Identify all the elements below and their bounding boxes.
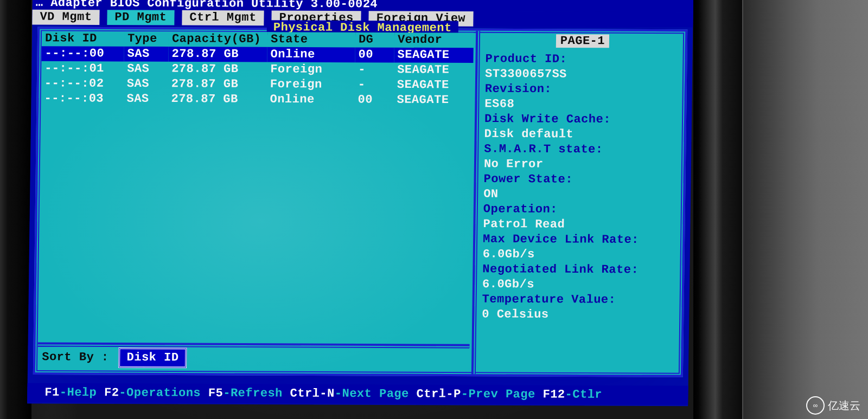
page-tag: PAGE-1 <box>556 34 610 48</box>
hotkey: F1 <box>44 386 60 399</box>
detail-pane: PAGE-1 Product ID:ST3300657SSRevision:ES… <box>471 31 685 375</box>
main-frame: Physical Disk Management Disk IDTypeCapa… <box>33 27 687 377</box>
detail-value: 6.0Gb/s <box>483 247 677 263</box>
hotkey-desc: -Operations <box>119 386 208 399</box>
col-disk-id: Disk ID <box>42 31 124 46</box>
cell: - <box>355 62 394 78</box>
sort-bar: Sort By : Disk ID <box>37 343 470 372</box>
cell: SAS <box>124 47 168 62</box>
hotkey-desc: -Prev Page <box>461 388 543 401</box>
table-row[interactable]: --:--:02SAS278.87 GBForeign-SEAGATE <box>41 76 473 93</box>
sort-label: Sort By : <box>42 350 109 365</box>
detail-key: Power State: <box>483 172 678 188</box>
footer-help: F1-Help F2-Operations F5-Refresh Ctrl-N-… <box>27 383 688 405</box>
col-capacity-gb-: Capacity(GB) <box>169 31 267 47</box>
tab-vd-mgmt[interactable]: VD Mgmt <box>32 10 99 25</box>
table-row[interactable]: --:--:00SAS278.87 GBOnline00SEAGATE <box>41 46 473 63</box>
cell: 278.87 GB <box>168 77 267 92</box>
detail-value: ST3300657SS <box>485 67 679 82</box>
col-dg: DG <box>355 33 394 48</box>
col-type: Type <box>124 31 169 47</box>
hotkey: F5 <box>208 386 224 400</box>
cell: --:--:02 <box>41 76 124 92</box>
cell: SAS <box>124 76 168 92</box>
detail-value: ON <box>483 187 678 203</box>
hotkey: F12 <box>542 388 565 402</box>
detail-key: Max Device Link Rate: <box>483 232 677 248</box>
cell: 278.87 GB <box>168 92 266 107</box>
cell: --:--:00 <box>41 46 124 61</box>
cell: Online <box>266 92 354 107</box>
hotkey: Ctrl-P <box>416 388 461 401</box>
detail-key: Disk Write Cache: <box>484 112 679 127</box>
cell: 278.87 GB <box>168 47 267 62</box>
detail-fields: Product ID:ST3300657SSRevision:ES68Disk … <box>482 51 680 323</box>
table-row[interactable]: --:--:01SAS278.87 GBForeign-SEAGATE <box>41 61 473 78</box>
detail-value: 6.0Gb/s <box>482 277 676 293</box>
cell: 00 <box>354 93 393 108</box>
hotkey: F2 <box>104 386 119 399</box>
cell: SEAGATE <box>394 48 473 63</box>
hotkey-desc: -Next Page <box>335 387 417 401</box>
detail-key: Product ID: <box>485 51 679 67</box>
bios-screen: … Adapter BIOS Configuration Utility 3.0… <box>27 0 693 406</box>
col-state: State <box>267 32 355 47</box>
cell: --:--:01 <box>41 61 124 76</box>
cell: - <box>355 78 394 93</box>
detail-key: Operation: <box>483 202 678 218</box>
detail-value: Disk default <box>484 127 679 143</box>
cell: 00 <box>355 47 394 62</box>
detail-key: Negotiated Link Rate: <box>482 262 676 278</box>
detail-value: Patrol Read <box>483 217 677 233</box>
cell: SAS <box>123 92 168 107</box>
watermark: ∞ 亿速云 <box>806 396 860 415</box>
detail-key: Temperature Value: <box>482 292 676 308</box>
table-row[interactable]: --:--:03SAS278.87 GBOnline00SEAGATE <box>41 91 473 108</box>
col-vendor: Vendor <box>394 33 474 48</box>
detail-value: ES68 <box>484 96 679 112</box>
sort-value-box[interactable]: Disk ID <box>118 347 187 368</box>
cell: SAS <box>124 61 168 76</box>
tab-ctrl-mgmt[interactable]: Ctrl Mgmt <box>182 10 264 25</box>
tab-pd-mgmt[interactable]: PD Mgmt <box>107 10 174 25</box>
hotkey-desc: -Ctlr <box>565 388 602 402</box>
disk-table: Disk IDTypeCapacity(GB)StateDGVendor --:… <box>41 31 474 108</box>
detail-key: S.M.A.R.T state: <box>484 142 678 158</box>
cell: SEAGATE <box>393 93 473 108</box>
detail-value: No Error <box>484 157 678 172</box>
cell: SEAGATE <box>394 62 473 78</box>
cell: Foreign <box>267 62 355 78</box>
cell: Foreign <box>267 77 355 92</box>
cell: 278.87 GB <box>168 62 267 77</box>
hotkey-desc: -Help <box>60 386 105 399</box>
hotkey-desc: -Refresh <box>223 386 290 400</box>
hotkey: Ctrl-N <box>290 387 335 401</box>
cell: SEAGATE <box>394 78 473 93</box>
detail-key: Revision: <box>485 82 679 98</box>
cell: --:--:03 <box>41 91 123 106</box>
cell: Online <box>267 47 355 62</box>
detail-value: 0 Celsius <box>482 307 676 323</box>
